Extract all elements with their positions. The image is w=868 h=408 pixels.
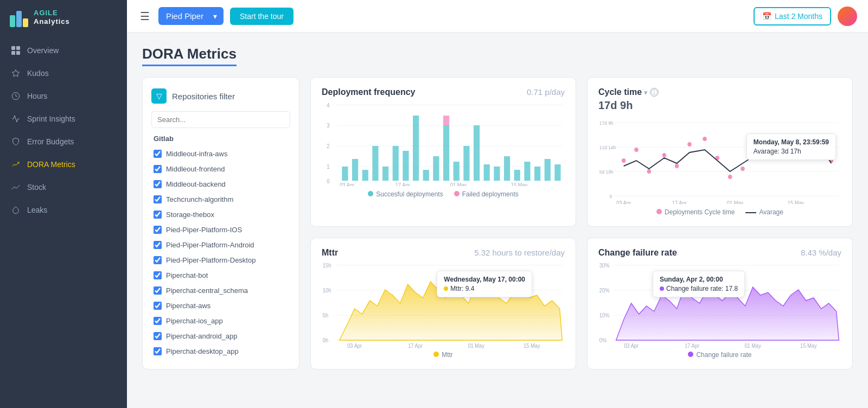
hamburger-button[interactable]: ☰ [138, 8, 152, 25]
sidebar-item-error-budgets[interactable]: Error Budgets [0, 130, 127, 153]
group-label: Gitlab [151, 135, 290, 143]
grid-icon [11, 46, 21, 55]
svg-rect-0 [10, 15, 15, 27]
legend-cycle: Deployments Cycle time [656, 208, 735, 216]
svg-rect-26 [413, 116, 419, 181]
info-icon: ⓘ [650, 88, 659, 97]
svg-rect-41 [554, 164, 560, 181]
droplet-icon [11, 205, 21, 215]
svg-text:20%: 20% [599, 288, 610, 294]
list-item[interactable]: Piperchat-bot [151, 269, 290, 282]
svg-text:01 May: 01 May [450, 182, 467, 186]
tour-button[interactable]: Start the tour [230, 8, 293, 25]
list-item[interactable]: Pied-Piper-Platform-Desktop [151, 253, 290, 267]
deployment-freq-card: Deployment frequency 0.71 p/day 4 3 2 1 … [310, 77, 576, 227]
list-item[interactable]: Pied-Piper-Platform-IOS [151, 223, 290, 237]
clock-icon [11, 91, 21, 101]
list-item[interactable]: Piperchat-desktop_app [151, 345, 290, 358]
svg-text:15 May: 15 May [788, 200, 805, 204]
list-item[interactable]: Techcrunch-algorithm [151, 193, 290, 206]
legend-average: Avarage [745, 208, 783, 216]
change-failure-tooltip: Sunday, Apr 2, 00:00 Change failure rate… [653, 271, 745, 297]
project-select-wrapper[interactable]: Pied Piper [158, 7, 224, 25]
sidebar-item-stock[interactable]: Stock [0, 176, 127, 199]
mttr-card: Mttr 5.32 hours to restore/day 15h 10h 5… [310, 238, 576, 369]
svg-rect-6 [16, 51, 20, 55]
legend-failed: Failed deployments [454, 190, 519, 198]
list-item[interactable]: Piperchat-android_app [151, 329, 290, 343]
mttr-tooltip-value: Mttr: 9.4 [444, 285, 525, 292]
change-failure-title: Change failure rate [598, 248, 677, 258]
list-item[interactable]: Storage-thebox [151, 208, 290, 221]
svg-rect-20 [352, 159, 358, 181]
logo-icon [9, 8, 28, 27]
cycle-time-header: Cycle time ▾ ⓘ [598, 87, 841, 97]
svg-text:1: 1 [327, 164, 329, 170]
list-item[interactable]: Middleout-backend [151, 177, 290, 191]
svg-text:01 May: 01 May [744, 343, 761, 349]
chevron-down-icon: ▾ [644, 88, 648, 97]
cf-tooltip-value: Change failure rate: 17.8 [660, 285, 738, 292]
svg-rect-25 [403, 151, 409, 181]
nav-menu: Overview Kudos Hours Sprint Insights Err… [0, 35, 127, 408]
sidebar: AGILE Analytics Overview Kudos Hours [0, 0, 127, 408]
legend-change-failure: Change failure rate [688, 351, 751, 359]
tooltip-value: Avarage: 3d 17h [754, 148, 829, 155]
sidebar-item-sprint-insights[interactable]: Sprint Insights [0, 107, 127, 130]
date-range-button[interactable]: 📅 Last 2 Months [754, 7, 831, 25]
search-input[interactable] [151, 111, 290, 128]
svg-text:0%: 0% [599, 337, 607, 343]
svg-text:17 Apr: 17 Apr [685, 343, 700, 349]
svg-text:01 May: 01 May [468, 343, 484, 349]
svg-point-59 [687, 142, 691, 146]
content-area: DORA Metrics ▽ Repositories filter Gitla… [127, 33, 868, 408]
svg-rect-40 [545, 159, 551, 181]
svg-rect-3 [11, 46, 15, 50]
svg-text:10%: 10% [599, 313, 610, 318]
cycle-time-tooltip: Monday, May 8, 23:59:59 Avarage: 3d 17h [746, 133, 836, 160]
list-item[interactable]: Piperchat-ios_app [151, 314, 290, 328]
deployment-freq-chart: 4 3 2 1 0 [322, 99, 565, 186]
sidebar-item-leaks[interactable]: Leaks [0, 199, 127, 221]
sidebar-label-sprint: Sprint Insights [27, 114, 75, 123]
svg-text:17 Apr: 17 Apr [395, 182, 411, 186]
activity-icon [11, 114, 21, 124]
sidebar-item-dora-metrics[interactable]: DORA Metrics [0, 153, 127, 176]
svg-point-60 [703, 137, 706, 141]
deployment-freq-title: Deployment frequency [322, 87, 415, 97]
tooltip-date: Monday, May 8, 23:59:59 [754, 138, 829, 146]
sidebar-item-kudos[interactable]: Kudos [0, 62, 127, 85]
sidebar-item-overview[interactable]: Overview [0, 39, 127, 62]
svg-text:03 Apr: 03 Apr [616, 200, 631, 204]
avatar[interactable] [838, 7, 857, 26]
sidebar-label-kudos: Kudos [27, 69, 49, 78]
svg-rect-35 [494, 167, 500, 181]
filter-title: Repositories filter [172, 92, 235, 101]
change-failure-legend: Change failure rate [598, 351, 841, 359]
svg-text:5d 19h: 5d 19h [599, 169, 614, 175]
svg-text:03 Apr: 03 Apr [340, 182, 355, 186]
list-item[interactable]: Middleout-frontend [151, 162, 290, 176]
svg-text:0: 0 [327, 178, 329, 184]
cycle-time-legend: Deployments Cycle time Avarage [598, 208, 841, 216]
mttr-chart: 15h 10h 5h 0h [322, 260, 565, 347]
svg-text:15 May: 15 May [524, 343, 540, 349]
list-item[interactable]: Middleout-infra-aws [151, 147, 290, 161]
svg-point-63 [741, 167, 744, 171]
svg-rect-28 [433, 156, 439, 181]
sidebar-label-dora: DORA Metrics [27, 160, 75, 169]
svg-point-56 [647, 169, 651, 174]
svg-rect-23 [382, 167, 388, 181]
project-select[interactable]: Pied Piper [158, 7, 224, 25]
date-range-label: Last 2 Months [775, 12, 822, 21]
svg-text:30%: 30% [599, 263, 610, 269]
app-name2: Analytics [34, 17, 70, 25]
list-item[interactable]: Piperchat-aws [151, 299, 290, 313]
deployment-freq-value: 0.71 p/day [527, 87, 565, 97]
cycle-time-title: Cycle time [598, 87, 642, 97]
list-item[interactable]: Pied-Piper-Platform-Android [151, 238, 290, 252]
svg-text:4: 4 [327, 103, 330, 109]
star-icon [11, 68, 21, 78]
list-item[interactable]: Piperchat-central_schema [151, 284, 290, 297]
sidebar-item-hours[interactable]: Hours [0, 85, 127, 107]
